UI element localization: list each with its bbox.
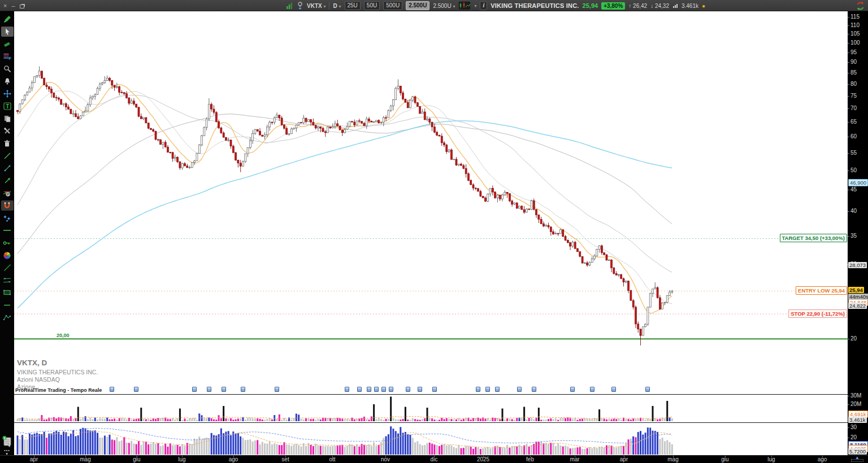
- orders-list-icon[interactable]: 1: [2, 435, 13, 448]
- jump-to-latest-button[interactable]: ▲: [850, 456, 865, 463]
- news-event-icon[interactable]: [207, 387, 211, 392]
- news-event-icon[interactable]: [345, 387, 349, 392]
- horizontal-line-icon[interactable]: [1, 225, 14, 235]
- symbol-selector[interactable]: VKTX ▾: [307, 3, 326, 9]
- window-controls: × –: [3, 0, 24, 11]
- price-axis[interactable]: 1151101051009590858075706560555045403530…: [848, 11, 868, 455]
- timeframe-selector[interactable]: D ▾: [333, 3, 341, 9]
- magnet-icon[interactable]: [1, 200, 14, 211]
- indicator-settings-icon[interactable]: F: [1, 51, 14, 62]
- text-tool-icon[interactable]: T: [1, 101, 14, 111]
- more-tools-button[interactable]: •••▾: [4, 449, 10, 455]
- key-level-icon[interactable]: [1, 238, 14, 248]
- news-event-icon[interactable]: [381, 387, 386, 392]
- indicator-value-label: 5,7200: [848, 448, 867, 455]
- trendline-icon[interactable]: [1, 151, 14, 161]
- news-event-icon[interactable]: [110, 387, 114, 392]
- status-dot: ●: [702, 3, 705, 9]
- news-event-icon[interactable]: [476, 387, 480, 392]
- price-tick: 95: [850, 49, 857, 55]
- news-event-icon[interactable]: [611, 387, 616, 392]
- news-event-icon[interactable]: [357, 387, 362, 392]
- zoom-25u-button[interactable]: 25U: [345, 1, 361, 10]
- mini-bars-icon[interactable]: [285, 2, 293, 10]
- news-event-icon[interactable]: [418, 387, 422, 392]
- news-event-icon[interactable]: [495, 387, 500, 392]
- month-label: ott: [323, 456, 342, 462]
- chart-canvas[interactable]: TARGET 34,50 (+33,00%) ENTRY LOW 25,94 S…: [14, 11, 848, 455]
- delete-icon[interactable]: [1, 138, 14, 148]
- news-event-icon[interactable]: [275, 387, 279, 392]
- move-icon[interactable]: [1, 89, 14, 99]
- info-button[interactable]: i: [480, 1, 487, 10]
- news-event-icon[interactable]: [532, 387, 536, 392]
- restore-icon[interactable]: [20, 5, 24, 8]
- minimize-icon[interactable]: –: [11, 0, 15, 11]
- time-axis[interactable]: ▲ aprmaggiulugagosetottnovdic2025febmara…: [0, 455, 868, 463]
- month-label: nov: [376, 456, 395, 462]
- color-wheel-icon[interactable]: [1, 250, 14, 260]
- parallel-lines-icon[interactable]: [1, 275, 14, 285]
- tools-icon[interactable]: [1, 126, 14, 136]
- chart-type-icon[interactable]: [458, 1, 471, 10]
- news-event-icon[interactable]: [645, 387, 650, 392]
- zoom-500u-button[interactable]: 500U: [383, 1, 402, 10]
- news-event-icon[interactable]: [432, 387, 437, 392]
- arrow-down-icon: ↓: [650, 3, 653, 9]
- price-tick: 35: [850, 233, 857, 239]
- price-tick: 80: [850, 81, 857, 87]
- drawing-toolbar: F T IP 1 •••▾: [0, 11, 14, 455]
- month-label: apr: [614, 456, 633, 462]
- line-icon[interactable]: [1, 263, 14, 273]
- last-price: 25,94: [583, 2, 598, 9]
- cursor-icon[interactable]: [1, 27, 14, 37]
- news-event-icon[interactable]: [374, 387, 379, 392]
- news-event-icon[interactable]: [134, 387, 138, 392]
- auto-trend-icon[interactable]: [1, 213, 14, 223]
- range-selector[interactable]: 2.500U ▾: [433, 3, 455, 9]
- polyline-icon[interactable]: [1, 312, 14, 322]
- copy-icon[interactable]: [1, 113, 14, 124]
- news-event-icon[interactable]: [389, 387, 393, 392]
- volume-bars: [17, 397, 673, 422]
- segment-icon[interactable]: [1, 163, 14, 173]
- price-tick: 20: [850, 335, 857, 342]
- month-label: lug: [762, 456, 781, 462]
- ma200-value-label: 46,900: [848, 179, 868, 186]
- horizontal-segment-icon[interactable]: [1, 300, 14, 310]
- news-event-icon[interactable]: [406, 387, 410, 392]
- last-price-label: 25,94: [848, 287, 864, 293]
- price-tick: 40: [850, 208, 857, 214]
- chevron-down-icon[interactable]: ▾: [474, 3, 476, 8]
- symbol-pin-icon[interactable]: [297, 2, 303, 10]
- zoom-50u-button[interactable]: 50U: [364, 1, 380, 10]
- news-event-icon[interactable]: [192, 387, 197, 392]
- news-event-icon[interactable]: [485, 387, 490, 392]
- stop-order-label[interactable]: STOP 22,90 (-11,72%): [788, 309, 847, 318]
- news-event-icon[interactable]: [590, 387, 594, 392]
- news-event-icon[interactable]: [222, 387, 226, 392]
- session-volume: 3.461k: [682, 3, 698, 9]
- close-icon[interactable]: ×: [3, 0, 7, 11]
- draw-pencil-icon[interactable]: [1, 14, 14, 24]
- volume-tick: 20M: [850, 401, 861, 407]
- price-tick: 60: [850, 133, 857, 139]
- refresh-icon[interactable]: [856, 1, 865, 11]
- price-tick: 70: [850, 105, 857, 111]
- eraser-icon[interactable]: [1, 39, 14, 49]
- alerts-bell-icon[interactable]: [1, 76, 14, 86]
- news-event-icon[interactable]: [570, 387, 575, 392]
- news-event-icon[interactable]: [517, 387, 522, 392]
- news-event-icon[interactable]: [241, 387, 245, 392]
- arrow-up-icon: ↑: [628, 3, 631, 9]
- pattern-detector-icon[interactable]: IP: [1, 188, 14, 198]
- price-chart[interactable]: [14, 11, 848, 455]
- zoom-2500u-button[interactable]: 2.500U: [406, 1, 429, 10]
- target-order-label[interactable]: TARGET 34,50 (+33,00%): [780, 234, 848, 242]
- month-label: lug: [172, 456, 192, 462]
- entry-order-label[interactable]: ENTRY LOW 25,94: [796, 286, 847, 295]
- zoom-icon[interactable]: [1, 64, 14, 74]
- rectangle-icon[interactable]: [1, 287, 14, 298]
- arrow-icon[interactable]: [1, 176, 14, 186]
- news-event-icon[interactable]: [367, 387, 371, 392]
